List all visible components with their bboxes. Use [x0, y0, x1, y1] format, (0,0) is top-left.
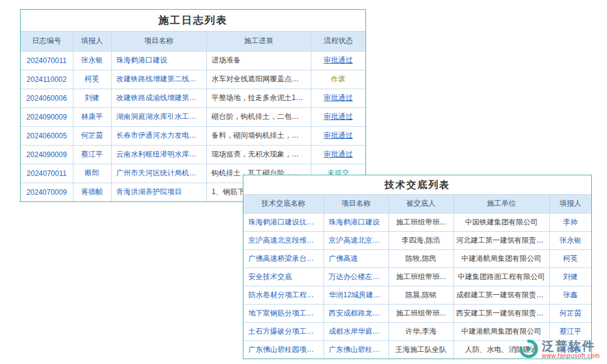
col-header-project: 项目名称 — [324, 195, 388, 213]
technical-disclosure-table: 技术交底名称 项目名称 被交底人 施工单位 填报人 珠海鹤港口建设抗浮...珠海… — [243, 195, 591, 359]
table-row[interactable]: 2024060005何芷茵长春市伊通河水力发电厂...备料，砌间墙钩机排土，瓦工… — [21, 126, 365, 145]
disclosed-person-cell: 施工班组带班... — [388, 213, 453, 231]
status-cell[interactable]: 作废 — [311, 70, 365, 89]
status-cell[interactable]: 审批通过 — [311, 107, 365, 126]
table-row[interactable]: 2024070011张永银珠海鹤港口建设进场准备审批通过 — [21, 51, 365, 70]
filler-cell[interactable]: 蔡江平 — [73, 145, 111, 164]
table-row[interactable]: 地下室钢筋分项工程...西安成都路龙湖上...施工班组带班...西安建工第一建筑… — [243, 304, 591, 322]
filler-cell[interactable]: 何芷茵 — [73, 126, 111, 145]
table-row[interactable]: 安全技术交底万达办公楼左侧A...施工班组带班...中建集团路面工程有限公司刘健 — [243, 268, 591, 286]
project-name-cell[interactable]: 华润12城房建工... — [324, 286, 388, 304]
project-name-cell[interactable]: 云南水利枢纽潜明水库一... — [111, 145, 206, 164]
filler-cell[interactable]: 蔡江平 — [549, 322, 591, 340]
log-id-cell[interactable]: 2024070011 — [21, 164, 73, 183]
filler-cell[interactable]: 林康平 — [73, 107, 111, 126]
col-header-disclosure-name: 技术交底名称 — [243, 195, 324, 213]
project-name-cell[interactable]: 珠海鹤港口建设 — [111, 51, 206, 70]
disclosed-person-cell: 陈牧,陈民 — [388, 249, 453, 268]
progress-cell: 备料，砌间墙钩机排土，瓦工... — [206, 126, 311, 145]
log-id-cell[interactable]: 2024090009 — [21, 107, 73, 126]
project-name-cell[interactable]: 广州市天河区统计局机房... — [111, 164, 206, 183]
disclosed-person-cell: 陈晨,陈铭 — [388, 286, 453, 304]
project-name-cell[interactable]: 长春市伊通河水力发电厂... — [111, 126, 206, 145]
status-cell[interactable]: 审批通过 — [311, 51, 365, 70]
log-id-cell[interactable]: 2024070009 — [21, 183, 73, 201]
disclosure-name-cell[interactable]: 土石方爆破分项工程... — [243, 322, 324, 340]
status-cell[interactable]: 审批通过 — [311, 126, 365, 145]
project-name-cell[interactable]: 珠海鹤港口建设 — [324, 213, 388, 231]
filler-cell[interactable]: 何芷茵 — [549, 304, 591, 322]
disclosure-name-cell[interactable]: 广佛高速桥梁承台施... — [243, 249, 324, 268]
disclosed-person-cell: 施工班组带班... — [388, 268, 453, 286]
project-name-cell[interactable]: 成都水岸华庭名苑... — [324, 322, 388, 340]
filler-cell[interactable]: 刘健 — [549, 268, 591, 286]
table-row[interactable]: 珠海鹤港口建设抗浮...珠海鹤港口建设施工班组带班...中国铁建集团有限公司李帅 — [243, 213, 591, 231]
construction-log-title: 施工日志列表 — [21, 10, 365, 32]
disclosure-name-cell[interactable]: 地下室钢筋分项工程... — [243, 304, 324, 322]
table-row[interactable]: 2024090009蔡江平云南水利枢纽潜明水库一...现场巡查，无积水现象，水马… — [21, 145, 365, 164]
disclosed-person-cell: 王海施工队全队 — [388, 340, 453, 359]
disclosure-name-cell[interactable]: 珠海鹤港口建设抗浮... — [243, 213, 324, 231]
progress-cell: 平整场地，拉走多余泥土15辆... — [206, 89, 311, 107]
construction-unit-cell: 中建港航局集团有限公司 — [453, 249, 549, 268]
progress-cell: 砌台阶，钩机排土，二包砌间... — [206, 107, 311, 126]
log-id-cell[interactable]: 2024070011 — [21, 51, 73, 70]
filler-cell[interactable]: 张永银 — [549, 231, 591, 249]
construction-unit-cell: 西安建工第一建筑有限责任公司 — [453, 304, 549, 322]
status-cell[interactable]: 审批通过 — [311, 89, 365, 107]
filler-cell[interactable]: 张鑫 — [549, 286, 591, 304]
progress-cell: 进场准备 — [206, 51, 311, 70]
filler-cell[interactable]: 柯英 — [549, 249, 591, 268]
filler-cell[interactable]: 柯英 — [73, 70, 111, 89]
header-row: 技术交底名称 项目名称 被交底人 施工单位 填报人 — [243, 195, 591, 213]
table-row[interactable]: 京沪高速北京段维修...京沪高速北京段维修李四海,陈浩河北建工第一建筑有限责任公… — [243, 231, 591, 249]
project-name-cell[interactable]: 改建铁路成渝线增建第二... — [111, 89, 206, 107]
project-name-cell[interactable]: 广东佛山碧桂园项目 — [324, 340, 388, 359]
construction-unit-cell: 中建港航局集团有限公司 — [453, 322, 549, 340]
construction-log-panel: 施工日志列表 日志编号 填报人 项目名称 施工进展 流程状态 202407001… — [20, 9, 366, 202]
table-row[interactable]: 2024090009林康平湖南洞庭湖水库引水工程...砌台阶，钩机排土，二包砌间… — [21, 107, 365, 126]
status-cell[interactable]: 审批通过 — [311, 145, 365, 164]
table-row[interactable]: 2024110002柯英改建铁路线增建第二线直...水车对全线遮阳网覆盖点进行.… — [21, 70, 365, 89]
project-name-cell[interactable]: 广佛高速 — [324, 249, 388, 268]
disclosed-person-cell: 许华,李海 — [388, 322, 453, 340]
table-row[interactable]: 土石方爆破分项工程...成都水岸华庭名苑...许华,李海中建港航局集团有限公司蔡… — [243, 322, 591, 340]
log-id-cell[interactable]: 2024090009 — [21, 145, 73, 164]
col-header-construction-unit: 施工单位 — [453, 195, 549, 213]
project-name-cell[interactable]: 京沪高速北京段维修 — [324, 231, 388, 249]
col-header-log-id: 日志编号 — [21, 32, 73, 51]
disclosure-name-cell[interactable]: 防水卷材分项工程施... — [243, 286, 324, 304]
disclosed-person-cell: 施工班组带班... — [388, 304, 453, 322]
filler-cell[interactable]: 李帅 — [549, 213, 591, 231]
log-id-cell[interactable]: 2024060006 — [21, 89, 73, 107]
filler-cell[interactable]: 断郎 — [73, 164, 111, 183]
construction-unit-cell: 中建集团路面工程有限公司 — [453, 268, 549, 286]
table-row[interactable]: 2024060006刘健改建铁路成渝线增建第二...平整场地，拉走多余泥土15辆… — [21, 89, 365, 107]
col-header-status: 流程状态 — [311, 32, 365, 51]
filler-cell[interactable]: 刘健 — [73, 89, 111, 107]
fanpu-logo-icon — [518, 339, 539, 359]
project-name-cell[interactable]: 湖南洞庭湖水库引水工程... — [111, 107, 206, 126]
progress-cell: 水车对全线遮阳网覆盖点进行... — [206, 70, 311, 89]
col-header-progress: 施工进展 — [206, 32, 311, 51]
filler-cell[interactable]: 张永银 — [73, 51, 111, 70]
project-name-cell[interactable]: 改建铁路线增建第二线直... — [111, 70, 206, 89]
disclosure-name-cell[interactable]: 安全技术交底 — [243, 268, 324, 286]
log-id-cell[interactable]: 2024060005 — [21, 126, 73, 145]
filler-cell[interactable]: 蒋德帧 — [73, 183, 111, 201]
disclosure-name-cell[interactable]: 京沪高速北京段维修... — [243, 231, 324, 249]
fanpu-brand-text: 泛普软件 www.fanpusoft.com — [542, 339, 600, 359]
project-name-cell[interactable]: 万达办公楼左侧A... — [324, 268, 388, 286]
project-name-cell[interactable]: 西安成都路龙湖上... — [324, 304, 388, 322]
col-header-disclosed-person: 被交底人 — [388, 195, 453, 213]
construction-unit-cell: 成都建工第一建筑有限责任公司 — [453, 286, 549, 304]
table-row[interactable]: 防水卷材分项工程施...华润12城房建工...陈晨,陈铭成都建工第一建筑有限责任… — [243, 286, 591, 304]
project-name-cell[interactable]: 青海洪湖养护院项目 — [111, 183, 206, 201]
col-header-filler: 填报人 — [549, 195, 591, 213]
col-header-project: 项目名称 — [111, 32, 206, 51]
disclosure-name-cell[interactable]: 广东佛山碧桂园项目... — [243, 340, 324, 359]
technical-disclosure-body: 珠海鹤港口建设抗浮...珠海鹤港口建设施工班组带班...中国铁建集团有限公司李帅… — [243, 213, 591, 359]
log-id-cell[interactable]: 2024110002 — [21, 70, 73, 89]
brand-name: 泛普软件 — [542, 339, 600, 352]
table-row[interactable]: 广佛高速桥梁承台施...广佛高速陈牧,陈民中建港航局集团有限公司柯英 — [243, 249, 591, 268]
